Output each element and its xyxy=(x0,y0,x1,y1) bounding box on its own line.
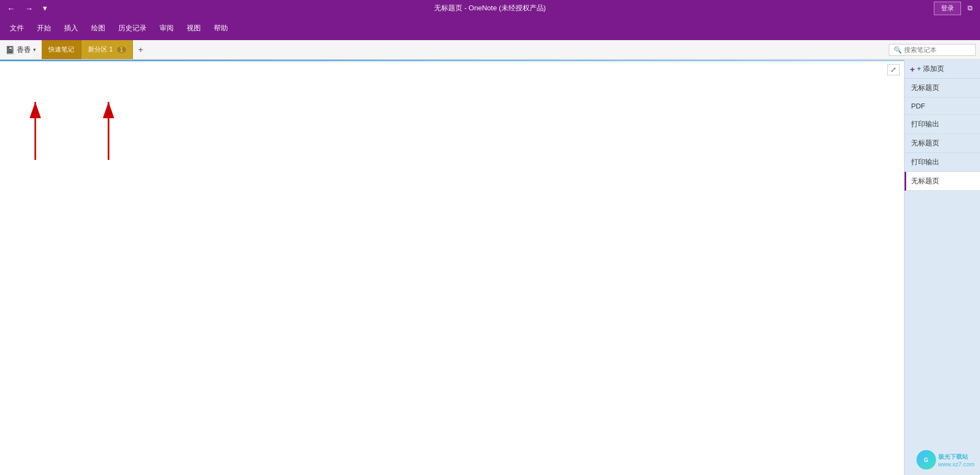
watermark: G 极光下载站 www.xz7.com xyxy=(917,450,975,470)
content-area: ⤢ xyxy=(0,60,904,475)
menu-insert[interactable]: 插入 xyxy=(59,20,84,36)
resize-button[interactable]: ⧉ xyxy=(964,3,976,14)
menu-file[interactable]: 文件 xyxy=(4,20,29,36)
watermark-logo: G xyxy=(917,450,936,470)
title-bar: ← → ▾ 无标题页 - OneNote (未经授权产品) 登录 ⧉ xyxy=(0,0,980,16)
notebook-name-label: 香香 xyxy=(17,45,31,55)
signin-button[interactable]: 登录 xyxy=(934,2,961,15)
right-sidebar: + + 添加页 无标题页 PDF 打印输出 无标题页 打印输出 无标题页 xyxy=(904,60,980,475)
window-title: 无标题页 - OneNote (未经授权产品) xyxy=(434,3,546,13)
page-item-4[interactable]: 无标题页 xyxy=(905,134,980,153)
page-item-2[interactable]: PDF xyxy=(905,98,980,115)
dropdown-button[interactable]: ▾ xyxy=(40,2,50,14)
menu-draw[interactable]: 绘图 xyxy=(86,20,111,36)
add-page-button[interactable]: + + 添加页 xyxy=(905,60,980,79)
title-bar-right: 登录 ⧉ xyxy=(934,2,976,15)
search-input[interactable] xyxy=(904,46,971,54)
page-item-1[interactable]: 无标题页 xyxy=(905,79,980,98)
forward-button[interactable]: → xyxy=(22,3,36,14)
notebook-bar: 📓 香香 ▾ 快速笔记 新分区 1 1 + 🔍 xyxy=(0,40,980,60)
section-badge: 1 xyxy=(117,47,126,53)
page-item-5[interactable]: 打印输出 xyxy=(905,153,980,172)
menu-review[interactable]: 审阅 xyxy=(154,20,179,36)
search-icon: 🔍 xyxy=(894,46,902,54)
menu-view[interactable]: 视图 xyxy=(181,20,206,36)
main-area: ⤢ + + 添加页 无标题页 PDF 打印输出 无标题页 打印输出 无标题页 xyxy=(0,60,980,475)
tab-newsection[interactable]: 新分区 1 1 xyxy=(81,40,133,59)
menu-history[interactable]: 历史记录 xyxy=(113,20,152,36)
back-button[interactable]: ← xyxy=(4,3,18,14)
page-item-3[interactable]: 打印输出 xyxy=(905,115,980,134)
notebook-icon: 📓 xyxy=(5,46,15,54)
add-section-button[interactable]: + xyxy=(133,40,149,59)
watermark-text: 极光下载站 www.xz7.com xyxy=(938,453,975,467)
content-top-line xyxy=(0,60,904,61)
tab-quicknotes[interactable]: 快速笔记 xyxy=(42,40,81,59)
notebook-selector[interactable]: 📓 香香 ▾ xyxy=(0,40,42,59)
menu-bar: 文件 开始 插入 绘图 历史记录 审阅 视图 帮助 xyxy=(0,16,980,40)
expand-button[interactable]: ⤢ xyxy=(887,64,900,75)
add-icon: + xyxy=(910,65,915,74)
menu-help[interactable]: 帮助 xyxy=(208,20,233,36)
add-page-label: + 添加页 xyxy=(917,64,944,74)
title-bar-left: ← → ▾ xyxy=(4,2,50,14)
arrow-container xyxy=(0,60,904,475)
menu-home[interactable]: 开始 xyxy=(31,20,56,36)
section-tab-label: 新分区 1 xyxy=(88,45,113,54)
search-box: 🔍 xyxy=(889,44,976,56)
notebook-chevron-icon: ▾ xyxy=(33,47,36,53)
page-item-6[interactable]: 无标题页 xyxy=(905,172,980,191)
